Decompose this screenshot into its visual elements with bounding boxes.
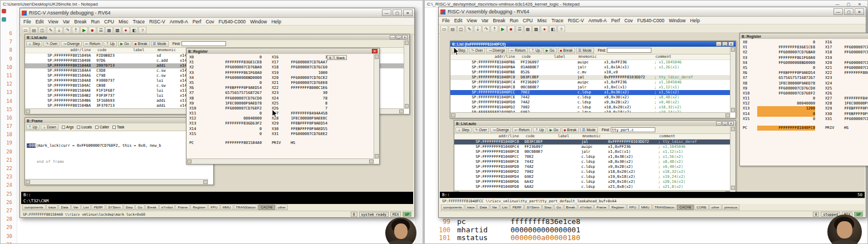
over-button[interactable]: ↷ Over — [469, 48, 486, 53]
menu-item[interactable]: Help — [688, 18, 702, 23]
softkey-button[interactable]: SYStem — [524, 205, 542, 210]
list-window-titlebar[interactable]: B::List (0xFFFFFFFF81040FC0) — ▢ ✕ — [450, 41, 735, 47]
softkey-button[interactable]: PERF — [91, 205, 105, 210]
trace32-window-right[interactable]: RISC-V Assembly debugging - RV64 — ▢ ✕ F… — [438, 7, 866, 218]
register-window[interactable]: B::Register ✕ S Stack X0 0 — [186, 48, 380, 165]
menu-item[interactable]: Run — [507, 18, 521, 23]
maximize-icon[interactable]: ▢ — [722, 42, 728, 46]
menu-item[interactable]: Cov — [203, 19, 216, 24]
edit-icon[interactable]: ✎ — [47, 27, 55, 34]
softkey-button[interactable]: Step — [542, 205, 554, 210]
menu-item[interactable]: FU540-C000 — [635, 18, 667, 23]
softkey-button[interactable]: other — [276, 205, 288, 210]
softkey-button[interactable]: MMU — [220, 205, 233, 210]
softkey-button[interactable]: trace — [465, 205, 477, 210]
titlebar[interactable]: RISC-V Assembly debugging - RV64 — ▢ ✕ — [439, 7, 866, 17]
find-input[interactable] — [611, 127, 655, 132]
frame-option-checkbox[interactable]: Caller — [95, 125, 109, 129]
register-row[interactable]: X4 FF60000008BD0000 X20 FF6000007CD76CE2 — [740, 61, 868, 66]
break-icon[interactable]: ■ — [507, 26, 515, 33]
command-line[interactable]: B:: C:\T32\CNM — [21, 192, 413, 204]
maximize-icon[interactable]: ▢ — [722, 121, 728, 126]
horizontal-scrollbar[interactable] — [187, 158, 374, 164]
frame-option-checkbox[interactable]: Args — [62, 125, 73, 129]
step-out-icon[interactable]: ⇡ — [491, 26, 498, 33]
menu-item[interactable]: Window — [666, 18, 688, 23]
disassembly-row[interactable]: SP:FFFFFFFF81040FC0 D83FC0EF jal 0xFFFFF… — [450, 75, 735, 80]
go-button[interactable]: ▶ Go — [543, 48, 557, 53]
register-row[interactable]: X9 FF6000007CD76CD0 X25 8 — [740, 86, 868, 91]
stack-tab[interactable]: Stack — [334, 55, 347, 60]
stack-toggle-button[interactable]: S — [327, 55, 334, 60]
softkey-button[interactable]: FPU — [208, 205, 219, 210]
notepad-toolbar-icon[interactable] — [2, 17, 6, 22]
mode-button[interactable]: ☰ Mode — [151, 41, 169, 47]
register-row[interactable]: X0 0 X16 3 — [740, 40, 868, 45]
menu-item[interactable]: View — [46, 19, 60, 24]
softkey-button[interactable]: List — [500, 205, 510, 210]
command-line-icon[interactable]: ▭ — [440, 26, 448, 33]
list-window-titlebar[interactable]: B::List.auto — ▢ ✕ — [454, 121, 735, 126]
help-icon[interactable]: ? — [557, 26, 565, 33]
return-button[interactable]: ↜ Return — [83, 41, 102, 47]
register-row[interactable]: X10 FF6000007CD76EF2 X26 7 — [187, 106, 379, 111]
menu-item[interactable]: Edit — [452, 18, 465, 23]
pc-register-row[interactable]: PC FFFFFFFF801584A0 PRIV HS — [187, 141, 379, 146]
menu-item[interactable]: Misc — [116, 19, 130, 24]
diverge-button[interactable]: ↝ Diverge — [490, 127, 511, 133]
step-over-icon[interactable]: ↷ — [63, 27, 71, 34]
mode-button[interactable]: ☰ Mode — [576, 48, 594, 53]
help-icon[interactable]: ? — [139, 27, 146, 34]
softkey-button[interactable]: Data — [58, 205, 70, 210]
register-row[interactable]: X1 FFFFFFFF836E1CE8 X17 FF6000007CD76AA7 — [187, 60, 379, 65]
vertical-scrollbar[interactable] — [415, 7, 423, 243]
list-icon[interactable]: ☰ — [97, 27, 105, 34]
menu-item[interactable]: Armv8-A — [168, 19, 190, 24]
register-row[interactable]: X0 0 X16 3 — [187, 55, 379, 60]
trace32-window-left[interactable]: RISC-V Assembly debugging - RV64 — ▢ ✕ F… — [19, 8, 415, 218]
softkey-button[interactable]: List — [81, 205, 91, 210]
memory-icon[interactable]: ▩ — [532, 26, 540, 33]
breakpoint-icon[interactable]: ● — [541, 26, 548, 33]
frame-entry[interactable]: -000|mark_lock(curr = 0xFF6000007CD76EF2… — [27, 143, 213, 149]
register-row[interactable]: X12 00040000 X28 1FEC00000F9AEE0C — [187, 116, 379, 121]
step-into-icon[interactable]: ⇣ — [55, 27, 63, 34]
disassembly-row[interactable]: SP:FFFFFFFF81040FC0 D83FC0EF jal 0xFFFFF… — [454, 140, 735, 145]
horizontal-scrollbar[interactable] — [450, 112, 730, 118]
register-row[interactable]: X4 FF60000008BD0000 X20 FF6000007CD76CE2 — [187, 76, 379, 81]
register-icon[interactable]: ▦ — [105, 27, 113, 34]
menu-item[interactable]: Perf — [190, 19, 204, 24]
notepad-titlebar[interactable]: C:\Users\User\Desktop\UK26incite.txt - N… — [1, 1, 423, 8]
close-icon[interactable]: ✕ — [403, 9, 413, 16]
maximize-icon[interactable]: ▢ — [844, 8, 854, 15]
softkey-button[interactable]: Data — [477, 205, 489, 210]
register-row[interactable]: X2 FF6000007CD76BA0 X18 FF6000007CD76C60 — [740, 50, 868, 55]
disassembly-row[interactable]: SP:FFFFFFFF81040FD0 74A2 c.ldsp x9,0x28(… — [454, 165, 735, 170]
menu-item[interactable]: Break — [491, 18, 507, 23]
disassembly-row[interactable]: SP:FFFFFFFF81040FD6 6A42 c.ldsp x20,0x10… — [454, 180, 735, 185]
pc-register-row[interactable]: PC FFFFFFFF81040FC0 PRIV HS — [740, 126, 868, 131]
register-row[interactable]: X7 6575657571687267 X23 30 — [187, 91, 379, 96]
mode-button[interactable]: ☰ Mode — [580, 127, 598, 133]
break-button[interactable]: ■ Break — [562, 127, 579, 133]
register-window-titlebar[interactable]: B::Register — [740, 33, 868, 39]
register-row[interactable]: X8 FF6000007CD76CD0 X24 78 — [187, 96, 379, 101]
list-window-focused[interactable]: B::List (0xFFFFFFFF81040FC0) — ▢ ✕ ⇣ Ste… — [450, 41, 736, 118]
softkey-button[interactable]: PERF — [510, 205, 524, 210]
menu-item[interactable]: Perf — [609, 18, 622, 23]
frame-option-checkbox[interactable]: Locals — [77, 125, 92, 129]
vertical-scrollbar[interactable] — [404, 40, 409, 109]
register-window-titlebar[interactable]: B::Register ✕ — [187, 48, 379, 54]
command-line-icon[interactable]: ▭ — [22, 27, 30, 34]
disassembly-rows[interactable]: SP:FFFFFFFF81040FC0 D83FC0EF jal 0xFFFFF… — [454, 140, 735, 195]
disassembly-rows[interactable]: SP:FFFFFFFF81040FB6 FF236097 auipc x1,0x… — [450, 60, 735, 115]
disassembly-row[interactable]: SP:FFFFFFFF81040FCE 7442 c.ldsp x8,0x30(… — [454, 160, 735, 165]
up-button[interactable]: ⇡ Up — [533, 127, 546, 133]
softkey-button[interactable]: other — [709, 205, 722, 210]
register-icon[interactable]: ▦ — [524, 26, 532, 33]
softkey-button[interactable]: TRANSlation — [234, 205, 258, 210]
softkey-button[interactable]: Step — [124, 205, 135, 210]
softkey-button[interactable]: components — [441, 205, 464, 210]
disassembly-row[interactable]: SP:FFFFFFFF81040FD0 74A2 c.ldsp x9,0x28(… — [450, 100, 735, 105]
return-button[interactable]: ↜ Return — [508, 48, 528, 53]
